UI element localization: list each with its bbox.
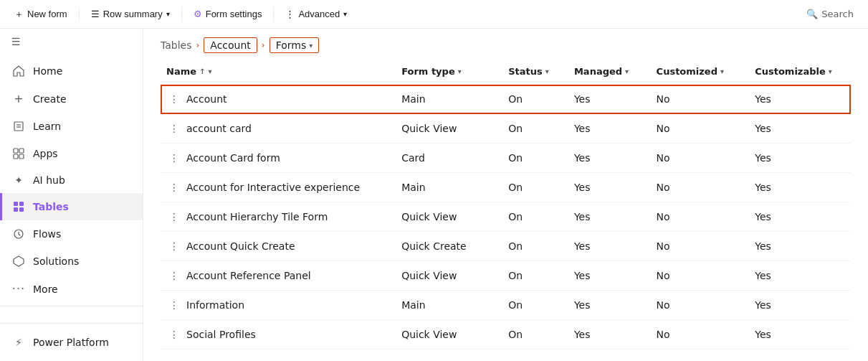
col-status[interactable]: Status ▾	[502, 59, 568, 85]
cell-name: ⋮ Account Reference Panel	[161, 261, 396, 291]
cell-form-type: Main	[396, 291, 502, 320]
col-customizable-label: Customizable	[755, 66, 826, 77]
svg-rect-9	[14, 207, 18, 212]
breadcrumb-tables[interactable]: Tables	[161, 39, 192, 51]
search-button[interactable]: 🔍 Search	[801, 6, 859, 22]
table-row[interactable]: ⋮ Account Card form Card On Yes No Yes	[161, 144, 851, 173]
sidebar-item-power-platform[interactable]: ⚡ Power Platform	[0, 329, 143, 355]
cell-form-type: Quick View	[396, 261, 502, 291]
advanced-button[interactable]: ⋮ Advanced ▾	[280, 6, 353, 22]
cell-form-type: Quick View	[396, 114, 502, 144]
cell-customizable: Yes	[749, 232, 851, 261]
breadcrumb-forms-label: Forms	[276, 39, 307, 51]
row-menu-icon[interactable]: ⋮	[166, 327, 182, 342]
col-managed[interactable]: Managed ▾	[568, 59, 651, 85]
col-name[interactable]: Name ↑ ▾	[161, 59, 396, 85]
col-customizable[interactable]: Customizable ▾	[749, 59, 851, 85]
cell-status: On	[502, 320, 568, 350]
col-name-label: Name	[166, 66, 196, 77]
row-menu-icon[interactable]: ⋮	[166, 268, 182, 283]
table-row[interactable]: ⋮ Account Hierarchy Tile Form Quick View…	[161, 202, 851, 232]
col-customizable-dropdown[interactable]: ▾	[829, 67, 832, 75]
row-menu-icon[interactable]: ⋮	[166, 121, 182, 136]
sidebar-item-solutions[interactable]: Solutions	[0, 248, 143, 275]
sidebar-item-create[interactable]: + Create	[0, 85, 143, 113]
cell-customizable: Yes	[749, 202, 851, 232]
col-form-type-dropdown[interactable]: ▾	[458, 67, 462, 75]
breadcrumb-forms[interactable]: Forms ▾	[270, 37, 320, 53]
col-form-type[interactable]: Form type ▾	[396, 59, 502, 85]
table-row[interactable]: ⋮ account card Quick View On Yes No Yes	[161, 114, 851, 144]
row-menu-icon[interactable]: ⋮	[166, 298, 182, 312]
sidebar-item-home[interactable]: Home	[0, 57, 143, 85]
svg-rect-10	[19, 207, 24, 212]
cell-managed: Yes	[568, 320, 651, 350]
sidebar: ☰ Home + Create Learn	[0, 29, 143, 361]
table-row[interactable]: ⋮ Account Quick Create Quick Create On Y…	[161, 232, 851, 261]
new-form-button[interactable]: ＋ New form	[9, 5, 73, 24]
row-summary-button[interactable]: ☰ Row summary ▾	[85, 6, 176, 22]
sidebar-nav: Home + Create Learn Apps ✦ AI hub	[0, 55, 143, 306]
sidebar-flows-label: Flows	[33, 228, 61, 240]
col-customized-dropdown[interactable]: ▾	[720, 67, 724, 75]
cell-customizable: Yes	[749, 320, 851, 350]
col-status-dropdown[interactable]: ▾	[545, 67, 549, 75]
table-row[interactable]: ⋮ Social Profiles Quick View On Yes No Y…	[161, 320, 851, 350]
table-row[interactable]: ⋮ Account for Interactive experience Mai…	[161, 173, 851, 202]
col-managed-dropdown[interactable]: ▾	[625, 67, 629, 75]
row-menu-icon[interactable]: ⋮	[166, 239, 182, 253]
svg-rect-5	[14, 154, 18, 159]
sidebar-solutions-label: Solutions	[33, 255, 79, 267]
sidebar-item-apps[interactable]: Apps	[0, 140, 143, 167]
new-form-label: New form	[27, 9, 67, 19]
hamburger-button[interactable]: ☰	[0, 29, 143, 55]
main-layout: ☰ Home + Create Learn	[0, 29, 868, 361]
cell-managed: Yes	[568, 173, 651, 202]
breadcrumb-sep-2: ›	[262, 40, 265, 50]
col-name-dropdown[interactable]: ▾	[208, 67, 211, 75]
sidebar-item-flows[interactable]: Flows	[0, 220, 143, 248]
row-menu-icon[interactable]: ⋮	[166, 180, 182, 194]
row-summary-label: Row summary	[103, 9, 163, 19]
breadcrumb-sep-1: ›	[196, 40, 200, 50]
toolbar: ＋ New form ☰ Row summary ▾ ⚙ Form settin…	[0, 0, 868, 29]
sidebar-item-learn[interactable]: Learn	[0, 113, 143, 140]
table-row[interactable]: ⋮ Account Main On Yes No Yes	[161, 85, 851, 114]
sidebar-item-ai-hub[interactable]: ✦ AI hub	[0, 167, 143, 193]
col-name-sort: ↑	[199, 67, 205, 75]
breadcrumb: Tables › Account › Forms ▾	[143, 29, 868, 59]
sidebar-item-tables[interactable]: Tables	[0, 193, 143, 220]
home-icon	[11, 65, 26, 78]
svg-marker-12	[14, 256, 24, 266]
cell-form-type: Quick View	[396, 202, 502, 232]
table-row[interactable]: ⋮ Information Main On Yes No Yes	[161, 291, 851, 320]
row-menu-icon[interactable]: ⋮	[166, 151, 182, 165]
cell-customized: No	[651, 202, 750, 232]
form-settings-button[interactable]: ⚙ Form settings	[188, 6, 268, 22]
cell-status: On	[502, 291, 568, 320]
cell-customized: No	[651, 320, 750, 350]
table-row[interactable]: ⋮ Account Reference Panel Quick View On …	[161, 261, 851, 291]
col-status-label: Status	[508, 66, 543, 77]
cell-customized: No	[651, 173, 750, 202]
col-customized[interactable]: Customized ▾	[651, 59, 750, 85]
cell-managed: Yes	[568, 85, 651, 114]
cell-managed: Yes	[568, 114, 651, 144]
cell-name: ⋮ Account for Interactive experience	[161, 173, 396, 202]
breadcrumb-account[interactable]: Account	[204, 37, 257, 53]
svg-rect-0	[14, 122, 23, 131]
row-menu-icon[interactable]: ⋮	[166, 210, 182, 224]
cell-managed: Yes	[568, 144, 651, 173]
cell-status: On	[502, 261, 568, 291]
search-icon: 🔍	[806, 9, 818, 19]
svg-rect-8	[19, 202, 24, 206]
svg-rect-6	[19, 154, 24, 159]
sidebar-item-more[interactable]: ··· More	[0, 275, 143, 303]
row-name-text: Information	[186, 299, 244, 311]
cell-customizable: Yes	[749, 114, 851, 144]
sidebar-tables-label: Tables	[33, 201, 69, 212]
row-menu-icon[interactable]: ⋮	[166, 92, 182, 106]
col-managed-label: Managed	[574, 66, 622, 77]
svg-rect-4	[19, 149, 24, 153]
flows-icon	[11, 228, 26, 240]
